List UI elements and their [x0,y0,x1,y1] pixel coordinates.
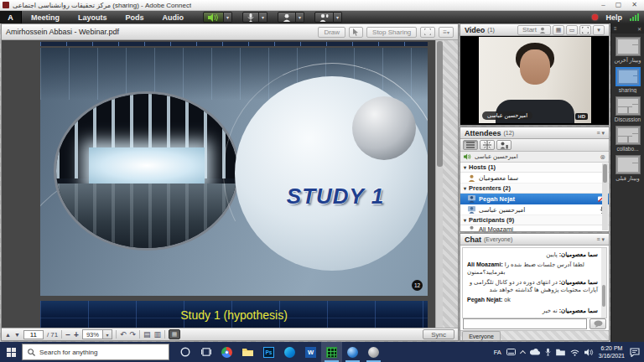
attendee-row-presenter-selected[interactable]: Pegah Nejat [460,194,609,204]
slide-sphere-decoration [352,96,416,160]
zoom-dropdown-icon[interactable]: ▾ [102,330,112,339]
video-fullscreen-icon[interactable] [579,25,591,35]
active-speaker-name: امیرحسین عباسی [475,153,518,160]
layout-thumbnail-selected[interactable] [615,67,641,86]
microphone-icon[interactable] [242,12,259,23]
next-slide-title: Study 1 (hypothesis) [180,308,288,322]
rotate-left-icon[interactable]: ↶ [120,330,127,339]
attendee-row-participant[interactable]: Ali Moazami [460,225,609,232]
raise-hand-icon[interactable] [314,12,334,23]
microphone-tray-icon[interactable] [545,348,551,356]
share-scrollbar-thumb[interactable] [437,41,443,167]
thumbnails-toggle-icon[interactable]: ▦ [169,329,180,339]
maximize-button[interactable]: ▢ [615,2,622,8]
taskbar-edge[interactable] [279,342,300,362]
layout-thumbnail[interactable] [615,96,641,116]
share-scrollbar[interactable] [435,40,443,329]
start-webcam-button[interactable]: Start [517,25,551,35]
collapse-icon: ▾ [464,164,466,170]
chat-pod-menu-icon[interactable]: ≡▾ [596,236,605,243]
grid-view-icon[interactable]: ▦ [553,25,564,35]
attendees-pod-menu-icon[interactable]: ≡▾ [596,130,605,137]
clock[interactable]: 6:20 PM 3/16/2021 [599,344,625,360]
chat-message-input[interactable] [463,318,587,329]
volume-icon[interactable] [584,349,594,356]
hidden-icons-chevron[interactable] [520,349,526,355]
send-message-button[interactable] [589,318,606,329]
previous-page-button[interactable]: ▲ [5,332,11,338]
chat-scrollbar[interactable] [601,248,606,318]
layouts-panel-close-icon[interactable]: ✕ [637,26,641,32]
start-button[interactable] [0,342,22,362]
dismiss-speaker-icon[interactable]: ⊗ [600,153,605,161]
taskbar-app-gray[interactable] [363,342,384,362]
menu-pods[interactable]: Pods [117,13,153,22]
taskbar-search[interactable]: Search for anything [22,344,169,360]
task-view-button[interactable] [195,342,216,362]
attendee-name: سما معصومیان [479,174,518,182]
next-page-button[interactable]: ▼ [14,332,20,338]
close-button[interactable]: ✕ [631,2,637,8]
layout-thumbnail[interactable] [615,37,641,56]
raise-hand-dropdown-icon[interactable]: ▾ [334,12,342,23]
share-pod-menu-icon[interactable]: ≡▾ [439,27,454,38]
network-icon[interactable] [570,349,579,356]
taskbar-file-explorer[interactable] [237,342,258,362]
chat-input-row [463,318,606,329]
attendees-scrollbar[interactable] [602,163,608,230]
zoom-out-button[interactable]: − [65,330,70,339]
attendee-status-view-icon[interactable] [496,140,512,150]
layout-thumbnail[interactable] [615,155,641,174]
sync-button[interactable]: Sync [423,329,454,339]
draw-button[interactable]: Draw [318,27,345,38]
speaker-dropdown-icon[interactable]: ▾ [224,12,232,23]
breakout-view-icon[interactable] [480,140,495,150]
notifications-icon[interactable] [630,348,640,357]
layouts-panel-menu-icon[interactable]: ≡ [614,26,617,31]
speaker-icon[interactable] [203,12,224,23]
page-number-input[interactable] [23,330,44,339]
taskbar-app-blue[interactable] [342,342,363,362]
chat-scrollbar-thumb[interactable] [602,285,605,307]
attendees-scrollbar-thumb[interactable] [603,164,607,183]
pointer-tool-icon[interactable] [349,27,363,38]
menu-meeting[interactable]: Meeting [22,13,69,22]
chat-message: سما معصومیان: نه خیر [467,307,598,314]
taskbar-word[interactable]: W [300,342,321,362]
minimize-button[interactable]: – [601,2,605,8]
fit-width-icon[interactable]: ▤ [143,330,151,339]
zoom-level-select[interactable]: 93% ▾ [82,329,112,339]
cortana-button[interactable] [174,342,195,362]
filmstrip-view-icon[interactable]: ▭ [566,25,578,35]
video-pod-menu-icon[interactable]: ▾ [593,25,605,35]
fit-page-icon[interactable]: ▥ [154,330,162,339]
menu-layouts[interactable]: Layouts [69,13,117,22]
language-indicator[interactable]: FA [494,349,501,356]
taskbar-photoshop[interactable]: Ps [258,342,279,362]
stop-sharing-button[interactable]: Stop Sharing [366,27,417,38]
folder-tray-icon[interactable] [556,349,565,356]
keyboard-icon[interactable] [506,349,516,355]
hosts-group-header[interactable]: ▾ Hosts (1) [460,163,609,173]
webcam-dropdown-icon[interactable]: ▾ [296,12,304,23]
help-menu[interactable]: Help [605,13,622,22]
menu-audio[interactable]: Audio [153,13,194,22]
chat-message: سما معصومیان: در انتهای دوره در دو کانال… [467,278,598,293]
webcam-icon[interactable] [278,12,296,23]
presenters-group-header[interactable]: ▾ Presenters (2) [460,184,609,194]
layout-thumbnail[interactable] [615,126,641,145]
taskbar-active-app[interactable] [321,342,342,362]
attendee-row-host[interactable]: سما معصومیان [460,173,609,184]
speaker-control: ▾ [203,12,232,23]
taskbar-chrome[interactable] [216,342,237,362]
microphone-dropdown-icon[interactable]: ▾ [259,12,267,23]
participants-group-header[interactable]: ▾ Participants (9) [460,215,609,225]
fullscreen-icon[interactable] [420,27,435,38]
connection-signal-icon [630,13,639,21]
zoom-in-button[interactable]: + [74,330,79,339]
attendee-list-view-icon[interactable] [463,140,478,150]
tab-everyone[interactable]: Everyone [462,331,501,340]
attendee-row-presenter[interactable]: امیرحسین عباسی [460,204,609,215]
onedrive-cloud-icon[interactable] [530,349,540,355]
rotate-right-icon[interactable]: ↷ [129,330,136,339]
